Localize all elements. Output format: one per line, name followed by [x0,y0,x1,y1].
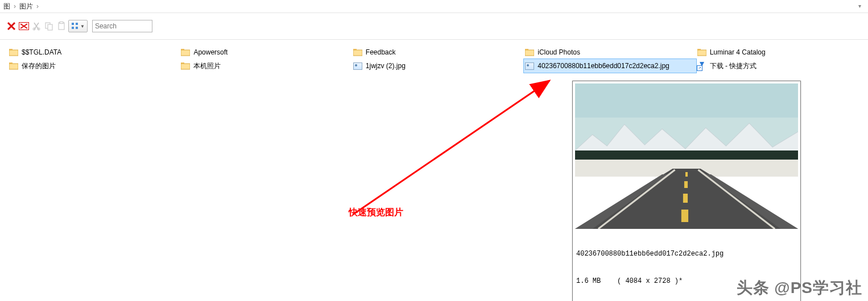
image-file-icon [525,61,534,70]
list-item-selected[interactable]: 40236700880b11ebb6edd017c2d2eca2.jpg [524,59,696,73]
file-label: Feedback [366,48,396,56]
svg-rect-9 [76,23,78,25]
breadcrumb-seg-0[interactable]: 图 [3,0,10,12]
image-file-icon [353,61,362,70]
svg-rect-30 [685,172,688,177]
copy-button[interactable] [43,20,55,32]
svg-line-25 [353,81,549,215]
folder-icon [353,48,362,57]
svg-rect-12 [9,50,18,56]
preview-filename: 40236700880b11ebb6edd017c2d2eca2.jpg [576,249,797,258]
list-item[interactable]: 保存的图片 [8,59,180,73]
breadcrumb-dropdown-icon[interactable]: ▾ [858,0,865,12]
search-input[interactable] [92,20,152,32]
list-item[interactable]: iCloud Photos [524,45,696,59]
list-item[interactable]: ↗ 下载 - 快捷方式 [696,59,868,73]
view-mode-button[interactable]: ▼ [68,20,88,32]
folder-icon [9,61,18,70]
list-item[interactable]: Luminar 4 Catalog [696,45,868,59]
svg-rect-18 [525,50,534,56]
svg-rect-32 [683,194,688,203]
preview-thumbnail [575,83,798,229]
breadcrumb-seg-1[interactable]: 图片 [19,0,33,12]
paste-button[interactable] [56,20,67,32]
file-list: $$TGL.DATA Apowersoft Feedback iCloud Ph… [0,40,868,73]
svg-rect-31 [684,181,688,188]
folder-icon [525,48,534,57]
annotation-label: 快速预览图片 [349,207,403,219]
svg-rect-28 [575,150,798,161]
folder-icon [181,61,190,70]
delete-button[interactable] [6,20,17,32]
svg-rect-7 [72,23,74,25]
breadcrumb-sep: › [14,0,16,12]
svg-rect-4 [48,24,52,30]
file-label: iCloud Photos [538,48,580,56]
file-label: 1jwjzv (2).jpg [366,62,406,70]
svg-rect-10 [76,27,78,29]
folder-icon [181,48,190,57]
file-label: 下载 - 快捷方式 [710,61,757,71]
list-item[interactable]: $$TGL.DATA [8,45,180,59]
folder-icon [697,48,706,57]
svg-rect-22 [9,64,18,69]
breadcrumb-sep: › [36,0,39,12]
list-item[interactable]: Feedback [352,45,524,59]
svg-rect-33 [681,210,688,222]
list-item[interactable]: 本机照片 [180,59,352,73]
file-label: Luminar 4 Catalog [710,48,766,56]
list-item[interactable]: Apowersoft [180,45,352,59]
svg-rect-14 [181,50,190,56]
svg-rect-16 [353,50,362,56]
file-label: Apowersoft [193,48,228,56]
svg-rect-8 [72,27,74,29]
svg-rect-6 [60,22,63,24]
image-preview-tooltip: 40236700880b11ebb6edd017c2d2eca2.jpg 1.6… [572,81,801,301]
file-label: 40236700880b11ebb6edd017c2d2eca2.jpg [538,62,669,70]
chevron-down-icon: ▼ [80,24,85,29]
folder-icon [9,48,18,57]
list-item[interactable]: 1jwjzv (2).jpg [352,59,524,73]
file-label: $$TGL.DATA [22,48,61,56]
watermark: 头条 @PS学习社 [737,277,862,299]
cut-button[interactable] [31,20,42,32]
toolbar: ▼ [0,13,868,40]
file-label: 保存的图片 [22,61,56,71]
download-shortcut-icon: ↗ [697,61,706,70]
delete-all-button[interactable] [18,20,30,32]
svg-rect-24 [181,64,190,69]
breadcrumb[interactable]: 图 › 图片 › ▾ [0,0,868,13]
file-label: 本机照片 [193,61,221,71]
svg-rect-20 [697,50,706,56]
